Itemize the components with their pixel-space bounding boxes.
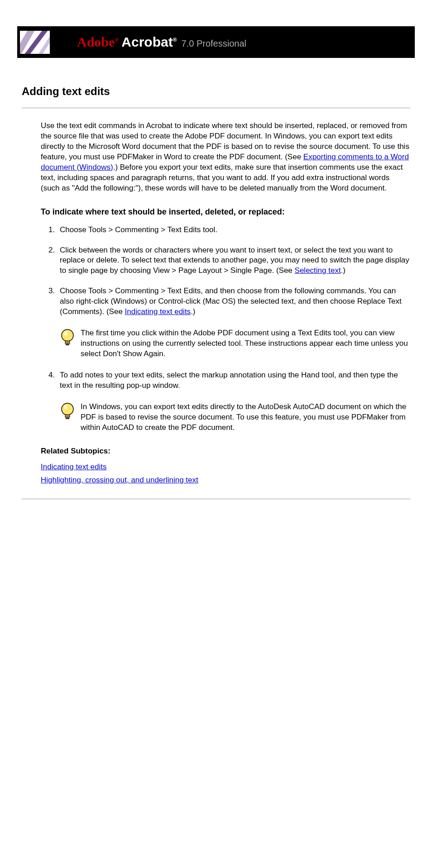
step-4: To add notes to your text edits, select … bbox=[57, 370, 410, 433]
link-related-highlighting[interactable]: Highlighting, crossing out, and underlin… bbox=[41, 476, 198, 484]
step-4-text: To add notes to your text edits, select … bbox=[60, 371, 398, 390]
link-related-indicating[interactable]: Indicating text edits bbox=[41, 463, 107, 471]
divider bbox=[22, 108, 410, 108]
banner-adobe-word: Adobe® bbox=[77, 34, 119, 50]
procedure-heading: To indicate where text should be inserte… bbox=[41, 207, 410, 217]
svg-point-0 bbox=[62, 329, 73, 341]
step-2: Click between the words or characters wh… bbox=[57, 245, 410, 277]
step-3-text-b: .) bbox=[191, 307, 195, 316]
link-selecting-text[interactable]: Selecting text bbox=[295, 266, 341, 275]
acrobat-logo-icon bbox=[20, 31, 50, 54]
svg-rect-3 bbox=[66, 344, 69, 345]
svg-point-5 bbox=[64, 405, 67, 410]
svg-rect-2 bbox=[65, 341, 70, 343]
step-2-text-a: Click between the words or characters wh… bbox=[60, 246, 409, 275]
banner-version-text: 7.0 Professional bbox=[182, 38, 246, 49]
intro-paragraph: Use the text edit commands in Acrobat to… bbox=[41, 121, 410, 194]
svg-rect-7 bbox=[66, 418, 69, 419]
banner-title: Adobe® Acrobat® 7.0 Professional bbox=[77, 34, 246, 50]
lightbulb-icon bbox=[60, 402, 75, 422]
related-links-list: Indicating text edits Highlighting, cros… bbox=[41, 461, 410, 486]
svg-point-1 bbox=[64, 331, 67, 336]
svg-point-4 bbox=[62, 403, 73, 415]
step-3-text-a: Choose Tools > Commenting > Text Edits, … bbox=[60, 286, 402, 316]
tip-2-text: In Windows, you can export text edits di… bbox=[81, 402, 410, 433]
step-3: Choose Tools > Commenting > Text Edits, … bbox=[57, 286, 410, 359]
step-2-text-b: .) bbox=[341, 266, 346, 275]
divider-bottom bbox=[22, 499, 410, 499]
page-title: Adding text edits bbox=[22, 85, 410, 98]
procedure-steps: Choose Tools > Commenting > Text Edits t… bbox=[57, 225, 410, 433]
step-1: Choose Tools > Commenting > Text Edits t… bbox=[57, 225, 410, 235]
link-indicating-text-edits[interactable]: Indicating text edits bbox=[125, 307, 191, 316]
product-banner: Adobe® Acrobat® 7.0 Professional bbox=[17, 26, 415, 58]
banner-acrobat-word: Acrobat® bbox=[121, 34, 177, 50]
svg-rect-6 bbox=[65, 415, 70, 417]
related-subtopics-heading: Related Subtopics: bbox=[41, 447, 410, 456]
lightbulb-icon bbox=[60, 328, 75, 348]
tip-1-text: The first time you click within the Adob… bbox=[81, 328, 410, 359]
